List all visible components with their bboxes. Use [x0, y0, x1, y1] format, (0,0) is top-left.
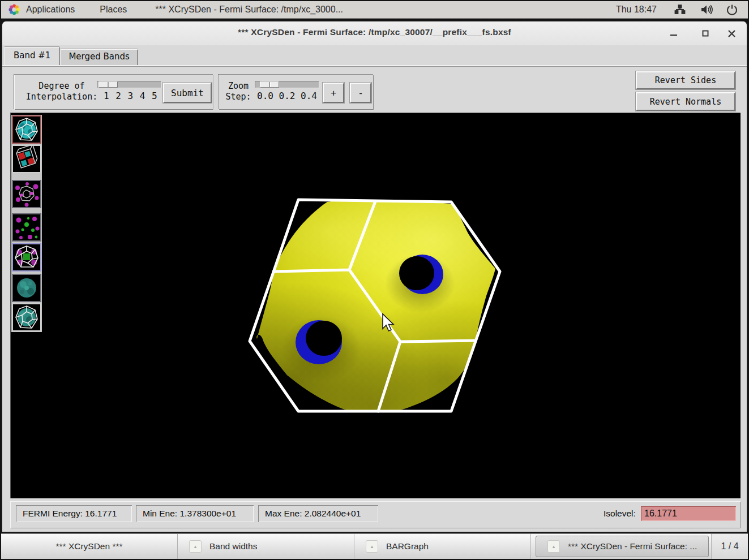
interpolation-slider[interactable] [97, 81, 161, 88]
surface-hole-bottom [296, 320, 342, 364]
xcrysden-fermi-surface-window: *** XCrySDen - Fermi Surface: /tmp/xc_30… [2, 21, 747, 532]
close-button[interactable] [723, 25, 740, 42]
topbar-left: Applications Places *** XCrySDen - Fermi… [1, 3, 356, 16]
thumbnail-cyan-surface-selected[interactable] [12, 115, 41, 144]
zoom-in-button[interactable]: + [323, 83, 344, 103]
clock[interactable]: Thu 18:47 [606, 5, 667, 15]
taskbar-item-fermi-surface-active[interactable]: ▴ *** XCrySDen - Fermi Surface: ... [536, 536, 709, 557]
fermi-surface-scene [10, 113, 741, 498]
interpolation-slider-handle[interactable] [99, 81, 118, 88]
render-viewport[interactable] [10, 113, 741, 498]
tab-band-1-label: Band #1 [14, 50, 50, 61]
applications-menu[interactable]: Applications [20, 5, 87, 15]
isolevel-input[interactable] [641, 506, 736, 521]
interpolation-scale-ticks: 1 2 3 4 5 6 [104, 91, 170, 101]
zoom-out-button[interactable]: - [350, 83, 371, 103]
surface-thumbnail-column [11, 115, 42, 332]
tab-merged-bands[interactable]: Merged Bands [61, 49, 137, 65]
zoom-step-slider[interactable] [255, 81, 319, 88]
thumbnail-cyan-red-cube[interactable] [12, 145, 41, 173]
network-icon[interactable] [673, 3, 687, 16]
thumbnail-magenta-pockets-wireframe[interactable] [12, 180, 41, 208]
max-energy-readout: Max Ene: 2.082440e+01 [258, 505, 378, 522]
taskbar-item-xcrysden-label: *** XCrySDen *** [55, 541, 122, 552]
window-icon: ▴ [189, 540, 202, 553]
revert-normals-button[interactable]: Revert Normals [636, 92, 735, 111]
taskbar-item-bargraph-label: BARGraph [386, 541, 429, 552]
thumbnail-teal-closed-surface[interactable] [12, 274, 41, 302]
interpolation-panel: Degree of Interpolation: 1 2 3 4 5 6 Sub… [14, 75, 213, 110]
thumbnail-magenta-green-pockets[interactable] [12, 213, 41, 242]
taskbar-item-fermi-surface-label: *** XCrySDen - Fermi Surface: ... [568, 541, 697, 552]
taskbar-item-bargraph[interactable]: ▴ BARGraph [354, 534, 531, 559]
fermi-surface-blob [163, 166, 559, 475]
zoom-step-slider-handle[interactable] [260, 81, 279, 88]
revert-sides-button[interactable]: Revert Sides [636, 71, 735, 89]
power-icon[interactable] [725, 3, 739, 16]
taskbar: *** XCrySDen *** ▴ Band widths ▴ BARGrap… [1, 533, 748, 559]
taskbar-item-band-widths-label: Band widths [209, 541, 257, 552]
tab-bar: Band #1 Merged Bands [5, 48, 139, 65]
fermi-energy-readout: FERMI Energy: 16.1771 [16, 505, 132, 522]
applications-pinwheel-icon[interactable] [8, 3, 20, 16]
zoom-step-scale-ticks: 0.0 0.2 0.4 [257, 91, 317, 101]
thumbnail-teal-surface-wireframe[interactable] [12, 303, 41, 331]
taskbar-item-xcrysden[interactable]: *** XCrySDen *** [1, 534, 178, 559]
maximize-button[interactable] [697, 25, 714, 42]
window-icon: ▴ [547, 540, 560, 553]
desktop-screen: Applications Places *** XCrySDen - Fermi… [0, 0, 749, 560]
status-bar: FERMI Energy: 16.1771 Min Ene: 1.378300e… [10, 501, 741, 528]
zoom-step-panel: Zoom Step: 0.0 0.2 0.4 + - [219, 75, 374, 110]
desktop-top-bar: Applications Places *** XCrySDen - Fermi… [1, 1, 748, 19]
places-menu[interactable]: Places [87, 5, 139, 15]
tab-band-1[interactable]: Band #1 [5, 47, 59, 65]
zoom-step-label: Zoom Step: [225, 81, 251, 102]
window-title: *** XCrySDen - Fermi Surface: /tmp/xc_30… [2, 27, 747, 37]
volume-icon[interactable] [699, 3, 713, 16]
min-energy-readout: Min Ene: 1.378300e+01 [136, 505, 254, 522]
tab-separator-line [2, 65, 747, 67]
isolevel-label: Isolevel: [604, 509, 636, 519]
workspace-pager[interactable]: 1 / 4 [711, 534, 748, 559]
submit-button[interactable]: Submit [163, 83, 212, 103]
topbar-active-window-item[interactable]: *** XCrySDen - Fermi Surface: /tmp/xc_30… [139, 5, 356, 15]
window-content: Band #1 Merged Bands Degree of Interpola… [2, 45, 747, 532]
taskbar-item-band-widths[interactable]: ▴ Band widths [178, 534, 354, 559]
minimize-button[interactable] [665, 25, 682, 42]
tab-merged-bands-label: Merged Bands [69, 51, 129, 62]
window-titlebar[interactable]: *** XCrySDen - Fermi Surface: /tmp/xc_30… [2, 21, 747, 46]
interpolation-label: Degree of Interpolation: [22, 81, 101, 102]
thumbnail-green-magenta-wireframe-highlighted[interactable] [12, 243, 41, 272]
window-icon: ▴ [366, 540, 378, 553]
topbar-right: Thu 18:47 [606, 3, 748, 16]
